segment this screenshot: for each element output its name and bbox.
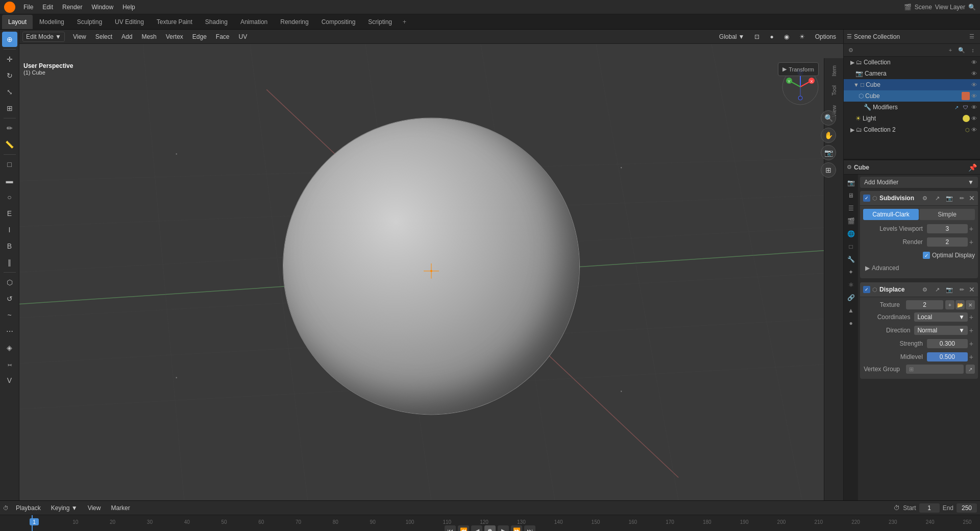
item-panel-label[interactable]: Item: [829, 61, 839, 80]
outliner-filter-btn[interactable]: ⚙: [846, 45, 856, 55]
scene-collection-visibility[interactable]: 👁: [971, 59, 977, 65]
extrude-region-tool[interactable]: E: [2, 206, 17, 221]
rip-tool[interactable]: V: [2, 373, 17, 388]
viewport-canvas[interactable]: User Perspective (1) Cube Z X: [19, 44, 843, 500]
prev-keyframe-btn[interactable]: ⏪: [458, 525, 469, 532]
measure-tool[interactable]: 📏: [2, 137, 17, 152]
render-level-plus[interactable]: +: [968, 238, 975, 246]
props-data-tab[interactable]: ▲: [845, 304, 857, 317]
annotate-tool[interactable]: ✏: [2, 120, 17, 136]
direction-dropdown[interactable]: Normal ▼: [914, 326, 967, 335]
blender-logo[interactable]: [4, 2, 15, 13]
properties-pin-btn[interactable]: 📌: [968, 163, 977, 172]
props-view-layer-tab[interactable]: ☰: [845, 202, 857, 214]
rotate-tool[interactable]: ↻: [2, 68, 17, 83]
outliner-item-scene-collection[interactable]: ▶ 🗂 Collection 👁: [844, 57, 980, 68]
catmull-clark-btn[interactable]: Catmull-Clark: [863, 209, 919, 220]
vp-face-menu[interactable]: Face: [212, 32, 234, 41]
tab-layout[interactable]: Layout: [2, 15, 33, 29]
props-material-tab[interactable]: ●: [845, 317, 857, 329]
options-btn[interactable]: Options: [811, 32, 840, 41]
displace-edit-btn[interactable]: ✏: [957, 284, 967, 295]
tab-compositing[interactable]: Compositing: [315, 15, 362, 29]
filter-icon[interactable]: ☰: [967, 32, 977, 42]
global-selector[interactable]: Global ▼: [715, 32, 749, 41]
vertex-group-input[interactable]: ⊞: [906, 365, 964, 374]
rendered-btn[interactable]: ☀: [795, 32, 809, 41]
shrink-fatten-tool[interactable]: ◈: [2, 340, 17, 355]
search-icon[interactable]: 🔍: [968, 4, 976, 11]
wireframe-btn[interactable]: ⊡: [750, 32, 764, 41]
props-world-tab[interactable]: 🌐: [845, 228, 857, 240]
jump-to-end-btn[interactable]: ⏭: [524, 525, 535, 532]
tab-texture-paint[interactable]: Texture Paint: [151, 15, 199, 29]
move-tool[interactable]: ✛: [2, 52, 17, 67]
render-level-value[interactable]: 2: [927, 237, 968, 247]
bevel-tool[interactable]: B: [2, 238, 17, 254]
texture-open-btn[interactable]: 📂: [955, 300, 965, 309]
displace-checkbox[interactable]: ✓: [863, 286, 870, 293]
cube-mesh-visibility[interactable]: 👁: [971, 93, 977, 99]
material-btn[interactable]: ◉: [780, 32, 793, 41]
outliner-item-modifiers[interactable]: 🔧 Modifiers ↗ 🛡 👁: [844, 102, 980, 113]
inset-faces-tool[interactable]: I: [2, 222, 17, 237]
optimal-display-check[interactable]: ✓: [923, 252, 930, 259]
props-object-tab[interactable]: □: [845, 240, 857, 253]
vp-vertex-menu[interactable]: Vertex: [162, 32, 187, 41]
tab-rendering[interactable]: Rendering: [274, 15, 314, 29]
outliner-item-camera[interactable]: 📷 Camera 👁: [844, 68, 980, 79]
props-modifier-tab active[interactable]: 🔧: [845, 253, 857, 266]
vp-uv-menu[interactable]: UV: [235, 32, 252, 41]
displace-camera-btn[interactable]: 📷: [944, 284, 954, 295]
spin-tool[interactable]: ↺: [2, 291, 17, 306]
optimal-display-checkbox[interactable]: ✓ Optimal Display: [923, 252, 975, 259]
stop-btn[interactable]: ⏺: [484, 525, 496, 532]
props-render-tab[interactable]: 📷: [845, 177, 857, 189]
edge-slide-tool[interactable]: ⋯: [2, 324, 17, 339]
camera-btn[interactable]: 📷: [821, 145, 836, 160]
props-output-tab[interactable]: 🖥: [845, 189, 857, 202]
texture-unlink-btn[interactable]: ✕: [966, 300, 975, 309]
timeline-view-menu[interactable]: View: [84, 503, 105, 513]
tab-sculpting[interactable]: Sculpting: [71, 15, 108, 29]
add-plane-tool[interactable]: ▬: [2, 173, 17, 188]
keying-menu[interactable]: Keying ▼: [47, 503, 82, 513]
vertex-group-edit-btn[interactable]: ↗: [966, 365, 975, 374]
props-physics-tab[interactable]: ⚛: [845, 279, 857, 291]
viewport-3d[interactable]: Edit Mode ▼ View Select Add Mesh Vertex …: [19, 30, 843, 500]
strength-value[interactable]: 0.300: [927, 339, 968, 348]
vp-add-menu[interactable]: Add: [117, 32, 136, 41]
mode-selector[interactable]: Edit Mode ▼: [22, 32, 65, 42]
transform-tool[interactable]: ⊞: [2, 101, 17, 116]
vp-mesh-menu[interactable]: Mesh: [137, 32, 160, 41]
playback-menu[interactable]: Playback: [12, 503, 45, 513]
props-constraints-tab[interactable]: 🔗: [845, 292, 857, 304]
marker-menu[interactable]: Marker: [107, 503, 134, 513]
start-frame-input[interactable]: 1: [919, 503, 940, 513]
collection2-visibility[interactable]: 👁: [971, 127, 977, 133]
grid-btn[interactable]: ⊞: [821, 162, 836, 178]
next-keyframe-btn[interactable]: ⏩: [511, 525, 522, 532]
simple-btn[interactable]: Simple: [919, 209, 975, 220]
solid-btn[interactable]: ●: [766, 32, 777, 41]
direction-plus[interactable]: +: [968, 326, 975, 334]
loop-cut-tool[interactable]: ∥: [2, 255, 17, 270]
tab-animation[interactable]: Animation: [234, 15, 274, 29]
shear-tool[interactable]: ⟗: [2, 356, 17, 372]
outliner-item-collection2[interactable]: ▶ 🗂 Collection 2 ⬡ 👁: [844, 124, 980, 135]
outliner-item-cube-parent[interactable]: ▼ □ Cube 👁: [844, 79, 980, 90]
midlevel-plus[interactable]: +: [968, 353, 975, 361]
props-scene-tab[interactable]: 🎬: [845, 215, 857, 227]
cursor-tool[interactable]: ⊕: [2, 32, 17, 47]
outliner-sort[interactable]: ↕: [968, 45, 978, 55]
add-workspace-button[interactable]: +: [399, 16, 410, 28]
play-reverse-btn[interactable]: ◀: [471, 525, 482, 532]
magnify-btn[interactable]: 🔍: [821, 110, 836, 126]
levels-viewport-value[interactable]: 3: [927, 224, 968, 233]
transform-panel[interactable]: ▶ Transform: [778, 62, 819, 76]
texture-new-btn[interactable]: +: [945, 300, 954, 309]
add-cube-tool[interactable]: □: [2, 157, 17, 172]
coordinates-plus[interactable]: +: [968, 313, 975, 321]
displace-close-btn[interactable]: ✕: [969, 285, 975, 294]
vp-edge-menu[interactable]: Edge: [188, 32, 211, 41]
